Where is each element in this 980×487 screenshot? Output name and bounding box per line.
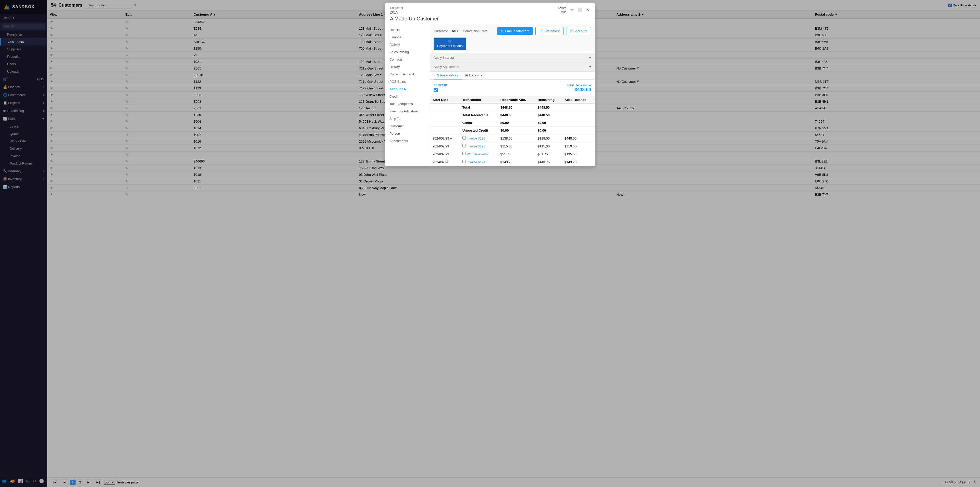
summary-row: Credit $0.00 $0.00 (430, 119, 595, 127)
invoice-remaining: $51.75 (535, 150, 562, 158)
current-section: Current (434, 83, 447, 93)
summary-date (430, 119, 460, 127)
invoice-date: 2024/02/26 (430, 158, 460, 166)
chevron-down-icon: ▾ (589, 65, 591, 69)
close-button[interactable]: ✕ (585, 6, 590, 13)
apply-interest-accordion: Apply Interest ▾ (430, 53, 595, 62)
nav-details[interactable]: Details (385, 26, 430, 34)
account-label: Account (575, 29, 587, 33)
status-value: true (558, 10, 566, 14)
invoice-transaction: POSSale #447 (460, 150, 498, 158)
statement-button[interactable]: 📄 Statement (535, 27, 563, 35)
email-icon: ✉ (501, 29, 504, 33)
invoice-row: 2024/02/29 POSSale #447 $51.75 $51.75 $1… (430, 150, 595, 158)
invoice-balance: $195.50 (562, 150, 595, 158)
payment-options-button[interactable]: 🛒 Payment Options (434, 38, 466, 50)
dollar-icon: $ (437, 73, 439, 77)
nav-ship-to[interactable]: Ship To (385, 115, 430, 122)
modal-label: Customer (390, 6, 558, 10)
recv-summary-body: Total $448.50 $448.50 Total Receivable $… (430, 104, 595, 134)
summary-label: Total (460, 104, 498, 112)
receivables-table: Start Date Transaction Receivable Amt. R… (430, 96, 595, 166)
nav-history[interactable]: History (385, 63, 430, 70)
summary-row: Total $448.50 $448.50 (430, 104, 595, 112)
apply-interest-header[interactable]: Apply Interest ▾ (430, 53, 595, 62)
summary-receivable: $0.00 (498, 119, 535, 127)
modal-customer-name: A Made Up Customer (390, 16, 558, 22)
summary-balance (562, 112, 595, 119)
summary-receivable: $448.50 (498, 112, 535, 119)
invoice-receivable: $138.00 (498, 134, 535, 142)
conversion-rate-label: Conversion Rate: (463, 29, 488, 33)
modal-body: Details Finance Activity Sales Pricing C… (385, 24, 595, 166)
expand-button[interactable]: ⬜ (576, 6, 583, 13)
invoice-remaining: $115.00 (535, 142, 562, 150)
current-label: Current (434, 83, 447, 87)
total-receivable-amount: $448.50 (567, 87, 591, 93)
invoice-checkbox[interactable] (463, 136, 466, 139)
summary-balance (562, 127, 595, 134)
status-label: Active (558, 6, 566, 10)
nav-activity[interactable]: Activity (385, 41, 430, 48)
invoice-checkbox[interactable] (463, 160, 466, 163)
modal-title-section: Customer Z015 A Made Up Customer (390, 6, 558, 22)
invoice-date: 2024/02/29 (430, 150, 460, 158)
apply-adjustment-accordion: Apply Adjustment ▾ (430, 62, 595, 72)
invoice-link[interactable]: Invoice #196 (466, 144, 485, 148)
nav-sales-pricing[interactable]: Sales Pricing (385, 48, 430, 56)
nav-inventory-adjustment[interactable]: Inventory Adjustment (385, 108, 430, 115)
nav-tax-exemptions[interactable]: Tax Exemptions (385, 100, 430, 108)
tab-receivables[interactable]: $ Receivables (434, 72, 462, 80)
email-statement-label: Email Statement (505, 29, 529, 33)
apply-adjustment-header[interactable]: Apply Adjustment ▾ (430, 62, 595, 71)
statement-label: Statement (545, 29, 560, 33)
nav-current-demand[interactable]: Current Demand (385, 70, 430, 78)
summary-label: Credit (460, 119, 498, 127)
edit-button[interactable]: ✏ (570, 6, 574, 13)
invoice-transaction: Invoice #194 (460, 158, 498, 166)
invoice-checkbox[interactable] (463, 152, 466, 155)
invoice-link[interactable]: Invoice #194 (466, 160, 485, 164)
doc-icon: 📄 (539, 29, 543, 33)
chevron-down-icon: ▾ (589, 56, 591, 59)
nav-account-arrow: ► (404, 87, 407, 91)
customer-modal: Customer Z015 A Made Up Customer Active … (385, 3, 595, 166)
nav-pos-sales[interactable]: POS Sales (385, 78, 430, 85)
invoice-receivable: $143.75 (498, 158, 535, 166)
nav-person[interactable]: Person (385, 130, 430, 137)
invoice-checkbox[interactable] (463, 144, 466, 147)
deposits-icon: ▣ (465, 73, 468, 77)
invoice-balance: $448.50 (562, 134, 595, 142)
summary-remaining: $448.50 (535, 112, 562, 119)
nav-credit[interactable]: Credit (385, 93, 430, 100)
payment-icon: 🛒 (448, 40, 452, 43)
nav-contacts[interactable]: Contacts (385, 56, 430, 63)
tab-deposits[interactable]: ▣ Deposits (462, 72, 486, 80)
invoice-link[interactable]: POSSale #447 (466, 152, 488, 156)
recv-invoice-body: 2024/02/29● Invoice #195 $138.00 $138.00… (430, 134, 595, 166)
nav-account[interactable]: Account ► (385, 85, 430, 93)
nav-finance[interactable]: Finance (385, 34, 430, 41)
current-checkbox[interactable] (434, 88, 438, 92)
summary-receivable: $0.00 (498, 127, 535, 134)
email-statement-button[interactable]: ✉ Email Statement (497, 27, 533, 35)
invoice-balance: $143.75 (562, 158, 595, 166)
invoice-transaction: Invoice #195 (460, 134, 498, 142)
summary-remaining: $448.50 (535, 104, 562, 112)
invoice-row: 2024/02/29 Invoice #196 $115.00 $115.00 … (430, 142, 595, 150)
invoice-link[interactable]: Invoice #195 (466, 136, 485, 140)
account-button[interactable]: 📄 Account (566, 27, 591, 35)
total-receivable-section: Total Receivable $448.50 (567, 83, 591, 93)
summary-remaining: $0.00 (535, 127, 562, 134)
deposits-label: Deposits (469, 73, 482, 77)
col-remaining: Remaining (535, 96, 562, 104)
summary-date (430, 104, 460, 112)
nav-customer[interactable]: Customer (385, 122, 430, 130)
col-start-date: Start Date (430, 96, 460, 104)
invoice-remaining: $143.75 (535, 158, 562, 166)
currency-value: CAD (450, 29, 458, 33)
summary-balance (562, 119, 595, 127)
summary-label: Unposted Credit (460, 127, 498, 134)
nav-attachments[interactable]: Attachments (385, 137, 430, 145)
col-receivable-amt: Receivable Amt. (498, 96, 535, 104)
